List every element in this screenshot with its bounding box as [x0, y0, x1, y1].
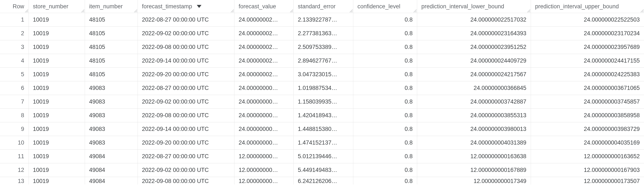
column-header-standard-error[interactable]: standard_error: [294, 0, 353, 13]
column-header-confidence-level[interactable]: confidence_level: [353, 0, 417, 13]
column-header-label: Row: [12, 3, 24, 10]
forecast-timestamp-cell: 2022-09-02 00:00:00 UTC: [138, 27, 234, 40]
standard-error-cell: 1.019887534…: [294, 81, 353, 95]
column-header-prediction-upper[interactable]: prediction_interval_upper_bound: [531, 0, 644, 13]
table-row: 1210019490842022-09-02 00:00:00 UTC12.00…: [0, 163, 644, 177]
forecast-timestamp-cell: 2022-08-27 00:00:00 UTC: [138, 13, 234, 27]
column-header-label: prediction_interval_lower_bound: [422, 3, 504, 10]
row-number-cell: 4: [0, 54, 28, 67]
column-header-label: standard_error: [298, 3, 336, 10]
forecast-value-cell: 24.00000002…: [234, 40, 294, 54]
resize-handle-icon[interactable]: [80, 9, 84, 12]
store-number-cell: 10019: [28, 95, 85, 109]
forecast-timestamp-cell: 2022-09-20 00:00:00 UTC: [138, 67, 234, 81]
table-header-row: Row store_number item_number: [0, 0, 644, 13]
upper-bound-cell: 12.000000000163652: [531, 149, 644, 163]
item-number-cell: 48105: [85, 54, 138, 67]
row-number-cell: 3: [0, 40, 28, 54]
lower-bound-cell: 24.000000023164393: [417, 27, 531, 40]
column-header-forecast-timestamp[interactable]: forecast_timestamp: [138, 0, 234, 13]
store-number-cell: 10019: [28, 149, 85, 163]
column-header-forecast-value[interactable]: forecast_value: [234, 0, 294, 13]
sort-descending-icon[interactable]: [197, 5, 202, 8]
lower-bound-cell: 24.000000023951252: [417, 40, 531, 54]
resize-handle-icon[interactable]: [349, 9, 353, 12]
confidence-level-cell: 0.8: [353, 163, 417, 177]
lower-bound-cell: 24.000000003742887: [417, 95, 531, 109]
lower-bound-cell: 24.000000004031389: [417, 136, 531, 149]
forecast-timestamp-cell: 2022-09-08 00:00:00 UTC: [138, 40, 234, 54]
resize-handle-icon[interactable]: [230, 9, 234, 12]
table-row: 710019490832022-09-02 00:00:00 UTC24.000…: [0, 95, 644, 109]
upper-bound-cell: 12.000000000173507: [531, 177, 644, 184]
data-table: Row store_number item_number: [0, 0, 644, 184]
resize-handle-icon[interactable]: [24, 9, 28, 12]
forecast-value-cell: 12.00000000…: [234, 163, 294, 177]
item-number-cell: 49083: [85, 109, 138, 122]
confidence-level-cell: 0.8: [353, 81, 417, 95]
lower-bound-cell: 24.000000003980013: [417, 122, 531, 136]
store-number-cell: 10019: [28, 122, 85, 136]
column-header-store-number[interactable]: store_number: [28, 0, 85, 13]
resize-handle-icon[interactable]: [640, 9, 644, 12]
lower-bound-cell: 24.00000000366845: [417, 81, 531, 95]
confidence-level-cell: 0.8: [353, 27, 417, 40]
table-row: 810019490832022-09-08 00:00:00 UTC24.000…: [0, 109, 644, 122]
standard-error-cell: 2.277381363…: [294, 27, 353, 40]
table-row: 110019481052022-08-27 00:00:00 UTC24.000…: [0, 13, 644, 27]
upper-bound-cell: 24.000000024225383: [531, 67, 644, 81]
standard-error-cell: 1.158039935…: [294, 95, 353, 109]
store-number-cell: 10019: [28, 54, 85, 67]
store-number-cell: 10019: [28, 81, 85, 95]
resize-handle-icon[interactable]: [526, 9, 530, 12]
column-header-label: item_number: [89, 3, 123, 10]
store-number-cell: 10019: [28, 136, 85, 149]
table-row: 210019481052022-09-02 00:00:00 UTC24.000…: [0, 27, 644, 40]
item-number-cell: 48105: [85, 13, 138, 27]
table-row: 610019490832022-08-27 00:00:00 UTC24.000…: [0, 81, 644, 95]
row-number-cell: 2: [0, 27, 28, 40]
forecast-timestamp-cell: 2022-09-20 00:00:00 UTC: [138, 136, 234, 149]
lower-bound-cell: 24.000000022517032: [417, 13, 531, 27]
item-number-cell: 49083: [85, 95, 138, 109]
column-header-prediction-lower[interactable]: prediction_interval_lower_bound: [417, 0, 531, 13]
forecast-value-cell: 24.00000000…: [234, 136, 294, 149]
standard-error-cell: 2.133922787…: [294, 13, 353, 27]
lower-bound-cell: 24.000000024409729: [417, 54, 531, 67]
store-number-cell: 10019: [28, 67, 85, 81]
forecast-timestamp-cell: 2022-09-08 00:00:00 UTC: [138, 109, 234, 122]
store-number-cell: 10019: [28, 27, 85, 40]
item-number-cell: 49084: [85, 177, 138, 184]
forecast-value-cell: 24.00000000…: [234, 95, 294, 109]
row-number-cell: 11: [0, 149, 28, 163]
row-number-cell: 5: [0, 67, 28, 81]
row-number-cell: 7: [0, 95, 28, 109]
lower-bound-cell: 12.00000000017349: [417, 177, 531, 184]
table-row: 510019481052022-09-20 00:00:00 UTC24.000…: [0, 67, 644, 81]
row-number-cell: 8: [0, 109, 28, 122]
confidence-level-cell: 0.8: [353, 67, 417, 81]
lower-bound-cell: 12.000000000167889: [417, 163, 531, 177]
upper-bound-cell: 24.000000022522503: [531, 13, 644, 27]
confidence-level-cell: 0.8: [353, 13, 417, 27]
table-row: 310019481052022-09-08 00:00:00 UTC24.000…: [0, 40, 644, 54]
upper-bound-cell: 24.000000023170234: [531, 27, 644, 40]
upper-bound-cell: 24.000000023957689: [531, 40, 644, 54]
column-header-row[interactable]: Row: [0, 0, 28, 13]
resize-handle-icon[interactable]: [413, 9, 416, 12]
standard-error-cell: 1.420418943…: [294, 109, 353, 122]
data-table-container: Row store_number item_number: [0, 0, 644, 184]
resize-handle-icon[interactable]: [289, 9, 293, 12]
forecast-timestamp-cell: 2022-09-02 00:00:00 UTC: [138, 163, 234, 177]
column-header-item-number[interactable]: item_number: [85, 0, 138, 13]
confidence-level-cell: 0.8: [353, 136, 417, 149]
column-header-label: store_number: [33, 3, 68, 10]
confidence-level-cell: 0.8: [353, 109, 417, 122]
row-number-cell: 10: [0, 136, 28, 149]
forecast-timestamp-cell: 2022-09-08 00:00:00 UTC: [138, 177, 234, 184]
row-number-cell: 6: [0, 81, 28, 95]
resize-handle-icon[interactable]: [133, 9, 137, 12]
standard-error-cell: 2.894627767…: [294, 54, 353, 67]
standard-error-cell: 5.449149483…: [294, 163, 353, 177]
standard-error-cell: 1.448815380…: [294, 122, 353, 136]
